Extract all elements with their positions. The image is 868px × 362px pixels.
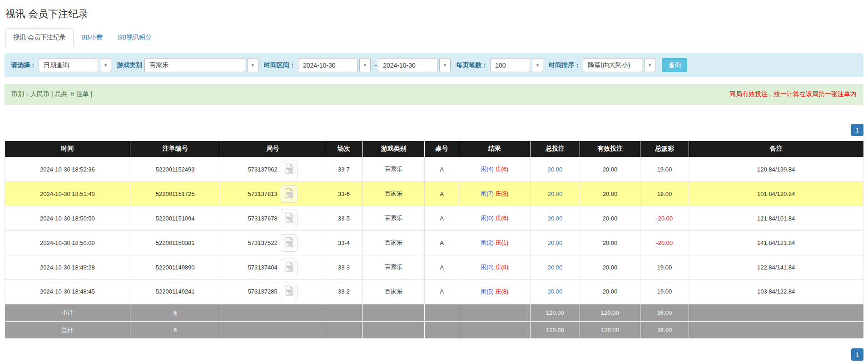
date-range-tilde: ~ [373, 62, 377, 69]
cell-table-no: A [425, 206, 459, 230]
cell-game-type: 百家乐 [363, 157, 425, 181]
time-sort-dropdown-button[interactable]: ▼ [644, 58, 655, 72]
per-page-dropdown-button[interactable]: ▼ [532, 58, 543, 72]
per-page-combo: ▼ [490, 58, 543, 72]
table-row: 2024-10-30 18:51:40 522001151725 5731378… [5, 181, 863, 206]
cell-total-bet: 20.00 [530, 157, 580, 181]
round-number: 573137285 [248, 288, 278, 295]
cell-result: 闲(4) 庄(6) [459, 157, 530, 181]
video-file-icon [284, 237, 294, 249]
cell-bet-id: 522001151725 [130, 181, 220, 206]
cell-round: 573137962 [220, 157, 325, 181]
total-bet-link[interactable]: 20.00 [548, 264, 563, 271]
col-header-remark: 备注 [689, 141, 863, 157]
video-replay-button[interactable] [281, 210, 298, 227]
video-replay-button[interactable] [281, 283, 298, 300]
cell-bet-id: 522001149890 [130, 255, 220, 279]
cell-round: 573137404 [220, 255, 325, 279]
result-banker: 庄(8) [496, 190, 509, 197]
date-to-dropdown-button[interactable]: ▼ [439, 58, 451, 72]
table-row: 2024-10-30 18:50:50 522001151094 5731376… [5, 206, 863, 230]
cell-time: 2024-10-30 18:48:45 [5, 279, 130, 304]
cell-session: 33-3 [325, 255, 362, 279]
video-replay-button[interactable] [281, 234, 298, 252]
round-number: 573137404 [248, 264, 278, 271]
game-type-input[interactable] [144, 58, 245, 72]
result-banker: 庄(8) [496, 288, 509, 295]
total-bet-link[interactable]: 20.00 [548, 240, 563, 246]
per-page-input[interactable] [490, 58, 530, 72]
summary-count: 6 [130, 304, 220, 321]
video-replay-button[interactable] [281, 161, 298, 178]
tab-bar: 视讯 会员下注纪录 BB小费 BB视讯积分 [5, 28, 863, 47]
col-header-valid-bet: 有效投注 [580, 141, 640, 157]
tab-bb-tips[interactable]: BB小费 [74, 28, 110, 47]
col-header-bet-id: 注单编号 [130, 141, 220, 157]
table-summary: 小计 6 120.00 120.00 36.00 总计 6 120.00 120… [5, 304, 863, 338]
page-1-button[interactable]: 1 [851, 348, 863, 361]
total-bet-link[interactable]: 20.00 [548, 288, 563, 295]
cell-table-no: A [425, 157, 459, 181]
time-sort-combo: ▼ [583, 58, 655, 72]
cell-valid-bet: 20.00 [580, 230, 640, 255]
page-1-button[interactable]: 1 [851, 124, 863, 136]
cell-result: 闲(5) 庄(8) [459, 279, 530, 304]
date-from-input[interactable] [298, 58, 357, 72]
video-file-icon [284, 261, 294, 274]
summary-empty [425, 304, 459, 321]
date-from-dropdown-button[interactable]: ▼ [359, 58, 371, 72]
cell-remark: 122.84/141.84 [689, 255, 863, 279]
cell-session: 33-7 [325, 157, 362, 181]
query-type-dropdown-button[interactable]: ▼ [100, 58, 111, 72]
total-bet-link[interactable]: 20.00 [548, 166, 563, 173]
tab-video-bet-records[interactable]: 视讯 会员下注纪录 [5, 28, 74, 47]
summary-payout: 36.00 [640, 321, 689, 338]
cell-result: 闲(7) 庄(8) [459, 181, 530, 206]
summary-total-bet: 120.00 [530, 304, 580, 321]
date-from-combo: ▼ [298, 58, 371, 72]
game-type-dropdown-button[interactable]: ▼ [247, 58, 258, 72]
col-header-payout: 总派彩 [640, 141, 689, 157]
cell-table-no: A [425, 230, 459, 255]
cell-result: 闲(0) 庄(6) [459, 206, 530, 230]
cell-result: 闲(0) 庄(8) [459, 255, 530, 279]
cell-payout: 19.00 [640, 181, 689, 206]
tab-bb-video-points[interactable]: BB视讯积分 [110, 28, 160, 47]
time-sort-input[interactable] [583, 58, 642, 72]
summary-label: 小计 [5, 304, 130, 321]
cell-game-type: 百家乐 [363, 181, 425, 206]
total-bet-link[interactable]: 20.00 [548, 215, 563, 222]
summary-empty [325, 304, 362, 321]
cell-payout: 19.00 [640, 157, 689, 181]
cell-valid-bet: 20.00 [580, 157, 640, 181]
result-banker: 庄(6) [496, 215, 509, 221]
pagination-top: 1 [5, 124, 863, 136]
summary-empty [325, 321, 362, 338]
cell-remark: 121.84/101.84 [689, 206, 863, 230]
col-header-total-bet: 总投注 [530, 141, 580, 157]
total-bet-link[interactable]: 20.00 [548, 191, 563, 197]
col-header-game-type: 游戏类别 [363, 141, 425, 157]
cell-game-type: 百家乐 [363, 230, 425, 255]
cell-total-bet: 20.00 [530, 279, 580, 304]
video-replay-button[interactable] [281, 259, 298, 276]
summary-empty [459, 304, 530, 321]
query-type-input[interactable] [39, 58, 98, 72]
date-to-input[interactable] [378, 58, 437, 72]
cell-bet-id: 522001151094 [130, 206, 220, 230]
cell-valid-bet: 20.00 [580, 206, 640, 230]
result-banker: 庄(8) [496, 264, 509, 270]
status-bar: 币别：人民币 | 总共 :6 注单 | 同局有效投注，统一计算在该局第一张注单内 [5, 84, 863, 105]
cell-remark: 120.84/139.84 [689, 157, 863, 181]
round-number: 573137678 [248, 215, 278, 222]
summary-row: 总计 6 120.00 120.00 36.00 [5, 321, 863, 338]
game-type-label: 游戏类别 [117, 61, 142, 69]
round-number: 573137522 [248, 240, 278, 246]
date-range-label: 时间区间： [264, 61, 296, 69]
video-replay-button[interactable] [281, 185, 298, 203]
cell-time: 2024-10-30 18:50:50 [5, 206, 130, 230]
summary-label: 总计 [5, 321, 130, 338]
cell-round: 573137522 [220, 230, 325, 255]
cell-session: 33-2 [325, 279, 362, 304]
search-button[interactable]: 查询 [662, 58, 687, 72]
